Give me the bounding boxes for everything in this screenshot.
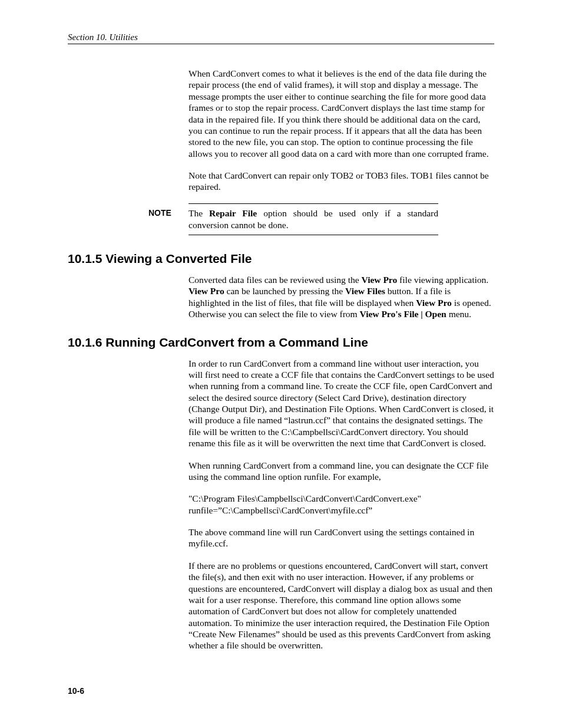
note-box: NOTE The Repair File option should be us… — [189, 203, 438, 235]
section-10-1-5-body: Converted data files can be reviewed usi… — [189, 274, 494, 320]
s2-p1: In order to run CardConvert from a comma… — [189, 358, 494, 449]
intro-block: When CardConvert comes to what it believ… — [189, 68, 494, 193]
s1-b5: View Pro's File | Open — [360, 309, 447, 319]
note-text: The Repair File option should be used on… — [189, 207, 438, 231]
s1-b: file viewing application. — [397, 275, 488, 285]
s1-b1: View Pro — [362, 275, 398, 285]
page-number: 10-6 — [68, 686, 84, 696]
running-header: Section 10. Utilities — [68, 32, 494, 42]
s2-p5: If there are no problems or questions en… — [189, 560, 494, 651]
heading-10-1-6: 10.1.6 Running CardConvert from a Comman… — [68, 335, 494, 350]
s1-c: can be launched by pressing the — [224, 286, 345, 296]
note-row: NOTE The Repair File option should be us… — [189, 204, 438, 235]
s1-b2: View Pro — [189, 286, 224, 296]
s2-p2: When running CardConvert from a command … — [189, 460, 494, 483]
s2-p3: "C:\Program Files\Campbellsci\CardConver… — [189, 493, 494, 516]
s1-a: Converted data files can be reviewed usi… — [189, 275, 362, 285]
s1-p: Converted data files can be reviewed usi… — [189, 274, 494, 320]
section-10-1-6-body: In order to run CardConvert from a comma… — [189, 358, 494, 651]
note-text-a: The — [189, 208, 209, 218]
s1-b3: View Files — [345, 286, 385, 296]
s1-f: menu. — [447, 309, 471, 319]
note-rule-bottom — [189, 235, 438, 235]
note-bold: Repair File — [209, 208, 257, 218]
s2-p4: The above command line will run CardConv… — [189, 526, 494, 549]
note-label: NOTE — [148, 207, 184, 218]
heading-10-1-5: 10.1.5 Viewing a Converted File — [68, 252, 494, 266]
page: Section 10. Utilities When CardConvert c… — [0, 0, 562, 728]
header-rule — [68, 44, 494, 44]
intro-p2: Note that CardConvert can repair only TO… — [189, 170, 494, 193]
intro-p1: When CardConvert comes to what it believ… — [189, 68, 494, 159]
s1-b4: View Pro — [416, 298, 452, 308]
